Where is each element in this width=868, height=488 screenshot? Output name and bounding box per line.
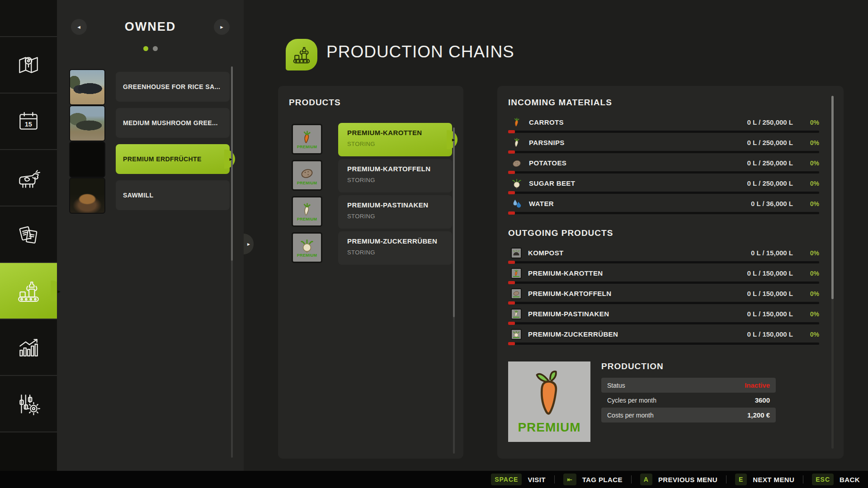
footer-divider <box>726 475 726 483</box>
cycles-value: 3600 <box>755 396 770 404</box>
material-label: PARSNIPS <box>529 139 747 146</box>
fill-bar <box>508 322 819 324</box>
fill-bar <box>508 212 819 214</box>
product-row-kartoffeln: PREMIUM-KARTOFFELN 0 L / 150,000 L 0% <box>508 286 819 306</box>
action-label: PREVIOUS MENU <box>658 476 717 483</box>
product-row-label: PREMIUM-ZUCKERRÜBEN <box>528 330 747 338</box>
status-row: Status Inactive <box>601 378 776 393</box>
tab-keycap: ⇤ <box>563 474 576 485</box>
material-value: 0 L / 250,000 L <box>747 159 793 167</box>
material-row-water: WATER 0 L / 36,000 L 0% <box>508 196 819 216</box>
owned-next-button[interactable]: ▸ <box>214 19 230 35</box>
product-row-label: PREMIUM-KAROTTEN <box>528 269 747 277</box>
action-tag-place[interactable]: ⇤ TAG PLACE <box>563 474 623 485</box>
esc-keycap: ESC <box>812 474 834 485</box>
production-icon <box>15 278 42 304</box>
action-visit[interactable]: SPACE VISIT <box>491 474 546 485</box>
product-item-zuckerrueben[interactable]: PREMIUM PREMIUM-ZUCKERRÜBEN STORING <box>292 231 451 267</box>
owned-item-premium-erdfruechte[interactable]: PREMIUM ERDFRÜCHTE ▸ <box>69 141 233 178</box>
product-row-value: 0 L / 150,000 L <box>747 310 793 318</box>
sidebar-selected-arrow: ▸ <box>57 287 61 294</box>
footer-bar: SPACE VISIT ⇤ TAG PLACE A PREVIOUS MENU … <box>0 471 868 488</box>
owned-scrollbar[interactable] <box>231 66 233 458</box>
fill-bar <box>508 151 819 153</box>
product-item-karotten[interactable]: PREMIUM PREMIUM-KAROTTEN STORING ▸ <box>292 123 451 159</box>
sugar-beet-icon <box>511 178 523 189</box>
sidebar-item-map[interactable] <box>0 37 57 94</box>
material-percent: 0% <box>793 160 819 167</box>
material-value: 0 L / 250,000 L <box>747 179 793 187</box>
premium-sugar-beet-icon <box>511 329 522 340</box>
material-row-potatoes: POTATOES 0 L / 250,000 L 0% <box>508 155 819 176</box>
product-item-pastinaken[interactable]: PREMIUM PREMIUM-PASTINAKEN STORING <box>292 195 451 231</box>
product-row-kompost: KOMPOST 0 L / 15,000 L 0% <box>508 245 819 266</box>
details-scrollbar[interactable] <box>831 96 834 449</box>
footer-divider <box>554 475 555 483</box>
premium-carrot-image <box>528 369 570 419</box>
documents-icon <box>15 221 42 248</box>
material-row-carrots: CARROTS 0 L / 250,000 L 0% <box>508 115 819 135</box>
product-label: PREMIUM-KARTOFFELN <box>347 165 452 173</box>
products-scrollbar[interactable] <box>453 127 455 454</box>
production-image: PREMIUM <box>508 361 590 442</box>
calendar-icon: 15 <box>15 108 42 135</box>
sawmill-thumbnail <box>69 178 105 214</box>
action-back[interactable]: ESC BACK <box>812 474 860 485</box>
premium-text: PREMIUM <box>518 420 580 435</box>
material-label: CARROTS <box>529 118 747 126</box>
product-status: STORING <box>347 141 452 147</box>
product-row-zuckerrueben: PREMIUM-ZUCKERRÜBEN 0 L / 150,000 L 0% <box>508 327 819 347</box>
sidebar-item-calendar[interactable]: 15 <box>0 94 57 150</box>
owned-item-label: SAWMILL <box>123 192 153 199</box>
product-row-percent: 0% <box>793 310 819 318</box>
cycles-row: Cycles per month 3600 <box>601 393 776 408</box>
map-icon <box>15 52 42 78</box>
cow-icon <box>15 165 42 191</box>
sidebar-item-statistics[interactable] <box>0 319 57 376</box>
sidebar-item-contracts[interactable] <box>0 206 57 263</box>
action-label: NEXT MENU <box>753 476 794 483</box>
product-row-value: 0 L / 15,000 L <box>751 249 793 257</box>
costs-value: 1,200 € <box>747 411 770 419</box>
product-label: PREMIUM-PASTINAKEN <box>347 201 452 209</box>
action-next-menu[interactable]: E NEXT MENU <box>735 474 794 485</box>
tile-premium-text: PREMIUM <box>297 253 317 258</box>
cycles-label: Cycles per month <box>607 397 656 404</box>
owned-item-label: MEDIUM MUSHROOM GREE... <box>123 119 218 127</box>
carrot-icon <box>511 117 523 128</box>
sidebar-item-production[interactable]: ▸ <box>0 263 57 319</box>
action-previous-menu[interactable]: A PREVIOUS MENU <box>640 474 717 485</box>
outgoing-heading: OUTGOING PRODUCTS <box>508 228 819 238</box>
panel-collapse-handle[interactable]: ▸ <box>244 234 254 254</box>
page-dot-active[interactable] <box>143 46 148 51</box>
owned-item-mushroom-greenhouse[interactable]: MEDIUM MUSHROOM GREE... <box>69 105 233 141</box>
fill-bar <box>508 302 819 304</box>
e-keycap: E <box>735 474 747 485</box>
material-label: WATER <box>529 200 751 207</box>
product-row-karotten: PREMIUM-KAROTTEN 0 L / 150,000 L 0% <box>508 266 819 286</box>
production-heading: PRODUCTION <box>601 361 776 371</box>
product-label: PREMIUM-KAROTTEN <box>347 129 452 136</box>
production-chains-icon <box>291 44 312 65</box>
owned-item-greenhouse-rice[interactable]: GREENHOUSE FOR RICE SA... <box>69 69 233 105</box>
fill-bar <box>508 131 819 133</box>
fill-bar <box>508 261 819 263</box>
owned-pagination <box>57 46 244 51</box>
page-dot[interactable] <box>153 46 158 51</box>
sliders-gear-icon <box>15 391 42 417</box>
sidebar-item-finances[interactable] <box>0 376 57 432</box>
material-value: 0 L / 250,000 L <box>747 118 793 126</box>
owned-item-sawmill[interactable]: SAWMILL <box>69 178 233 214</box>
sidebar-spacer <box>0 0 57 37</box>
material-percent: 0% <box>793 200 819 207</box>
space-keycap: SPACE <box>491 474 522 485</box>
sidebar-item-animals[interactable] <box>0 150 57 206</box>
product-status: STORING <box>347 213 452 220</box>
material-percent: 0% <box>793 180 819 187</box>
product-row-pastinaken: PREMIUM-PASTINAKEN 0 L / 150,000 L 0% <box>508 306 819 327</box>
material-label: SUGAR BEET <box>529 179 747 187</box>
product-item-kartoffeln[interactable]: PREMIUM PREMIUM-KARTOFFELN STORING <box>292 159 451 195</box>
product-row-label: KOMPOST <box>528 249 751 257</box>
potato-icon <box>511 157 523 169</box>
greenhouse-thumbnail <box>69 69 105 105</box>
